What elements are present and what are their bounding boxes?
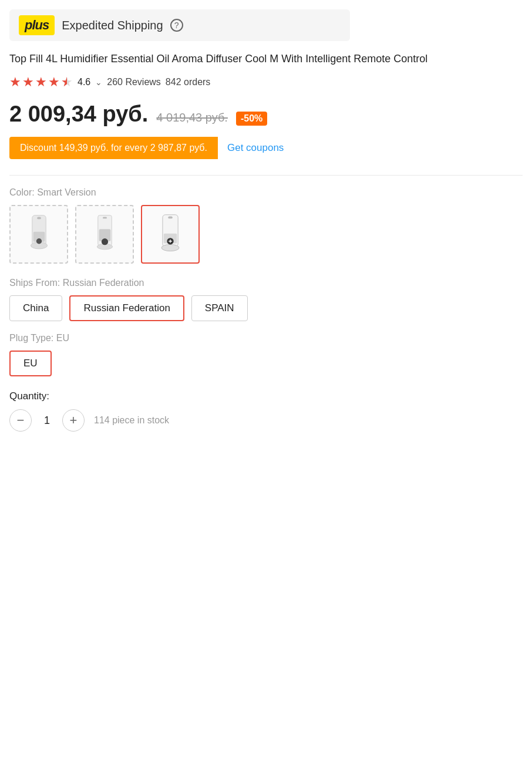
plug-type-label: Plug Type: EU [9,333,523,343]
reviews-text: 260 Reviews [107,77,161,87]
rating-row: ★ ★ ★ ★ 4.6 ⌄ 260 Reviews 842 orders [9,75,523,90]
plus-badge: plus [19,15,55,35]
shipping-text: Expedited Shipping [62,19,163,32]
get-coupons-button[interactable]: Get coupons [218,136,293,160]
plug-eu[interactable]: EU [9,351,52,376]
star-1: ★ [9,75,21,90]
plug-options: EU [9,351,523,376]
plug-type-section: Plug Type: EU EU [9,333,523,376]
svg-point-9 [101,238,107,245]
product-title: Top Fill 4L Humidifier Essential Oil Aro… [9,52,523,66]
coupon-banner: Discount 149,39 руб. for every 2 987,87 … [9,136,523,160]
color-selected: Smart Version [37,187,96,197]
quantity-minus-button[interactable]: − [9,409,32,432]
star-4: ★ [48,75,60,90]
svg-rect-7 [103,217,107,218]
divider [9,175,523,176]
shipping-header: plus Expedited Shipping ? [9,9,350,41]
quantity-row: − 1 + 114 piece in stock [9,409,523,432]
orders-text: 842 orders [166,77,211,87]
discount-badge: -50% [236,112,267,126]
humidifier-svg-3 [151,213,190,257]
current-price: 2 009,34 руб. [9,102,148,127]
color-option-2[interactable] [75,205,134,264]
stock-text: 114 piece in stock [94,415,169,426]
stars: ★ ★ ★ ★ [9,75,73,90]
region-russian-federation[interactable]: Russian Federation [69,295,184,321]
original-price: 4 019,43 руб. [156,111,228,124]
coupon-text: Discount 149,39 руб. for every 2 987,87 … [9,137,218,159]
price-section: 2 009,34 руб. 4 019,43 руб. -50% [9,102,523,127]
plug-type-selected: EU [56,333,69,343]
svg-point-3 [36,238,41,244]
svg-rect-4 [37,217,41,219]
quantity-value: 1 [41,415,53,427]
quantity-label: Quantity: [9,390,523,402]
ships-from-selected: Russian Federation [63,278,144,288]
ships-from-label: Ships From: Russian Federation [9,278,523,288]
svg-rect-12 [168,216,173,218]
color-label: Color: Smart Version [9,187,523,198]
star-2: ★ [22,75,34,90]
region-spain[interactable]: SPAIN [191,295,248,321]
rating-chevron-icon[interactable]: ⌄ [95,78,102,87]
quantity-plus-button[interactable]: + [62,409,85,432]
region-options: China Russian Federation SPAIN [9,295,523,321]
color-options [9,205,523,264]
price-row: 2 009,34 руб. 4 019,43 руб. -50% [9,102,523,127]
ships-from-section: Ships From: Russian Federation China Rus… [9,278,523,321]
color-option-1[interactable] [9,205,68,264]
svg-point-13 [161,244,179,251]
humidifier-svg-2 [86,213,124,257]
region-china[interactable]: China [9,295,62,321]
rating-number: 4.6 [78,77,90,87]
color-option-3[interactable] [141,205,200,264]
quantity-section: Quantity: − 1 + 114 piece in stock [9,390,523,432]
star-5-half [61,75,73,90]
star-3: ★ [35,75,47,90]
info-icon[interactable]: ? [170,19,183,32]
humidifier-svg-1 [20,213,58,257]
